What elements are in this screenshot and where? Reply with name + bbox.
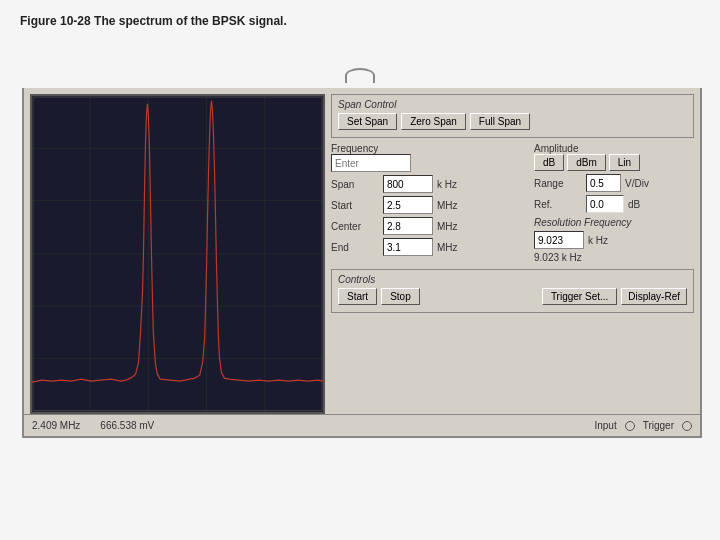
caption-bold: Figure 10-28 (20, 14, 91, 28)
scroll-indicator (345, 68, 375, 83)
amp-buttons-row: dB dBm Lin (534, 154, 694, 171)
zero-span-button[interactable]: Zero Span (401, 113, 466, 130)
trigger-set-button[interactable]: Trigger Set... (542, 288, 617, 305)
radio-group: Input Trigger (594, 420, 692, 431)
input-label: Input (594, 420, 616, 431)
main-controls: Frequency Span k Hz Start MHz (331, 143, 694, 263)
trigger-label: Trigger (643, 420, 674, 431)
span-input[interactable] (383, 175, 433, 193)
center-unit: MHz (437, 221, 465, 232)
end-unit: MHz (437, 242, 465, 253)
full-span-button[interactable]: Full Span (470, 113, 530, 130)
freq-status: 2.409 MHz (32, 420, 80, 431)
display-ref-button[interactable]: Display-Ref (621, 288, 687, 305)
range-unit: V/Div (625, 178, 653, 189)
controls-buttons-row: Start Stop Trigger Set... Display-Ref (338, 288, 687, 305)
center-input[interactable] (383, 217, 433, 235)
start-label: Start (331, 200, 379, 211)
figure-caption: Figure 10-28 The spectrum of the BPSK si… (0, 0, 720, 36)
ref-input[interactable] (586, 195, 624, 213)
input-radio[interactable] (625, 421, 635, 431)
page-background: Figure 10-28 The spectrum of the BPSK si… (0, 0, 720, 540)
controls-section: Controls Start Stop Trigger Set... Displ… (331, 269, 694, 313)
span-buttons-row: Set Span Zero Span Full Span (338, 113, 687, 130)
ref-label: Ref. (534, 199, 582, 210)
res-freq-unit: k Hz (588, 235, 616, 246)
range-input[interactable] (586, 174, 621, 192)
analyzer-window: Span Control Set Span Zero Span Full Spa… (22, 88, 702, 438)
start-unit: MHz (437, 200, 465, 211)
range-label: Range (534, 178, 582, 189)
frequency-label: Frequency (331, 143, 379, 154)
frequency-enter-input[interactable] (331, 154, 411, 172)
span-row: Span k Hz (331, 175, 528, 193)
center-row: Center MHz (331, 217, 528, 235)
status-bar: 2.409 MHz 666.538 mV Input Trigger (24, 414, 700, 436)
dbm-button[interactable]: dBm (567, 154, 606, 171)
ref-unit: dB (628, 199, 656, 210)
start-input[interactable] (383, 196, 433, 214)
voltage-status: 666.538 mV (100, 420, 154, 431)
span-control-section: Span Control Set Span Zero Span Full Spa… (331, 94, 694, 138)
res-freq-input[interactable] (534, 231, 584, 249)
stop-button[interactable]: Stop (381, 288, 420, 305)
range-row: Range V/Div (534, 174, 694, 192)
end-input[interactable] (383, 238, 433, 256)
trigger-radio[interactable] (682, 421, 692, 431)
caption-text: The spectrum of the BPSK signal. (94, 14, 287, 28)
start-button[interactable]: Start (338, 288, 377, 305)
set-span-button[interactable]: Set Span (338, 113, 397, 130)
end-row: End MHz (331, 238, 528, 256)
frequency-section: Frequency Span k Hz Start MHz (331, 143, 528, 263)
enter-row (331, 154, 528, 172)
res-freq-display: 9.023 k Hz (534, 252, 694, 263)
db-button[interactable]: dB (534, 154, 564, 171)
amplitude-section: Amplitude dB dBm Lin Range V/Div R (534, 143, 694, 263)
span-label: Span (331, 179, 379, 190)
scope-display (30, 94, 325, 414)
start-row: Start MHz (331, 196, 528, 214)
res-freq-label: Resolution Frequency (534, 217, 694, 228)
scope-grid (32, 96, 323, 412)
end-label: End (331, 242, 379, 253)
controls-label: Controls (338, 274, 687, 285)
controls-panel: Span Control Set Span Zero Span Full Spa… (331, 94, 694, 430)
span-control-label: Span Control (338, 99, 687, 110)
span-unit: k Hz (437, 179, 465, 190)
analyzer-content: Span Control Set Span Zero Span Full Spa… (24, 88, 700, 436)
center-label: Center (331, 221, 379, 232)
ref-row: Ref. dB (534, 195, 694, 213)
lin-button[interactable]: Lin (609, 154, 640, 171)
amplitude-label: Amplitude (534, 143, 582, 154)
res-freq-row: k Hz (534, 231, 694, 249)
